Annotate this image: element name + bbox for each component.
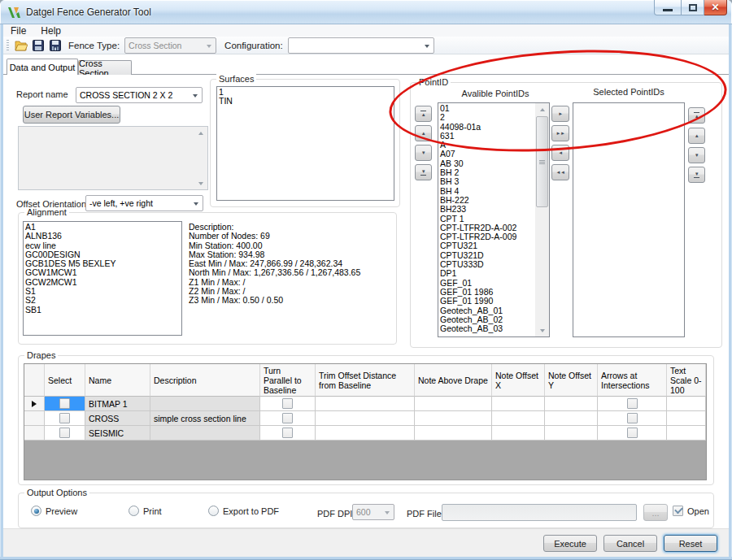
available-move-top-button[interactable]: ▲: [415, 106, 432, 122]
col-header-note-x[interactable]: Note Offset X: [492, 364, 545, 397]
alignment-item[interactable]: ALNB136: [25, 232, 180, 241]
row-header[interactable]: [24, 426, 45, 441]
export-pdf-radio-group[interactable]: Export to PDF: [208, 506, 279, 516]
select-cell[interactable]: [45, 397, 85, 411]
note-x-cell[interactable]: [492, 411, 545, 426]
add-selected-button[interactable]: ►: [551, 106, 569, 122]
scroll-up-icon[interactable]: [535, 103, 549, 115]
select-cell[interactable]: [45, 426, 85, 441]
description-cell[interactable]: simple cross section line: [150, 411, 260, 426]
col-header-description[interactable]: Description: [150, 364, 260, 397]
select-cell[interactable]: [45, 411, 85, 426]
note-x-cell[interactable]: [492, 397, 545, 411]
note-x-cell[interactable]: [492, 426, 545, 441]
tab-data-and-output[interactable]: Data and Output: [7, 59, 78, 75]
turn-parallel-cell[interactable]: [260, 411, 316, 426]
selected-move-bottom-button[interactable]: ▼: [688, 167, 705, 183]
description-cell[interactable]: [150, 397, 260, 411]
alignment-item[interactable]: S1: [25, 287, 180, 296]
surfaces-listbox[interactable]: 1TIN: [216, 86, 394, 201]
available-pointid-item[interactable]: Geotech_AB_03: [440, 324, 534, 333]
scrollbar-thumb[interactable]: [536, 116, 548, 207]
available-pointid-item[interactable]: BH233: [440, 205, 534, 214]
alignment-listbox[interactable]: A1ALNB136ecw lineGC00DESIGNGCB1DES M5 BE…: [23, 221, 182, 336]
user-report-variables-button[interactable]: User Report Variables...: [23, 106, 120, 124]
name-cell[interactable]: SEISMIC: [85, 426, 150, 441]
note-above-cell[interactable]: [415, 411, 492, 426]
col-header-note-above[interactable]: Note Above Drape: [415, 364, 492, 397]
available-pointids-listbox[interactable]: 01244098-01a631AA07AB 30BH 2BH 3BH 4BH-2…: [438, 102, 550, 337]
text-scale-cell[interactable]: [667, 397, 706, 411]
available-move-bottom-button[interactable]: ▼: [415, 164, 432, 180]
note-above-cell[interactable]: [415, 397, 492, 411]
row-header[interactable]: [24, 411, 45, 426]
preview-radio[interactable]: [31, 506, 41, 516]
note-above-cell[interactable]: [415, 426, 492, 441]
available-list-scrollbar[interactable]: [535, 103, 549, 336]
trim-offset-cell[interactable]: [316, 397, 415, 411]
arrows-cell[interactable]: [598, 397, 667, 411]
preview-radio-group[interactable]: Preview: [31, 506, 77, 516]
print-radio[interactable]: [129, 506, 139, 516]
execute-button[interactable]: Execute: [543, 535, 597, 552]
select-checkbox[interactable]: [59, 413, 70, 423]
turn-parallel-checkbox[interactable]: [282, 428, 293, 438]
selected-move-top-button[interactable]: ▲: [688, 107, 705, 124]
alignment-item[interactable]: GCW2MCW1: [25, 278, 180, 287]
col-header-arrows[interactable]: Arrows at Intersections: [598, 364, 667, 397]
available-pointid-item[interactable]: DP1: [440, 269, 534, 278]
col-header-text-scale[interactable]: Text Scale 0-100: [667, 364, 706, 397]
name-cell[interactable]: CROSS: [85, 411, 150, 426]
turn-parallel-checkbox[interactable]: [282, 413, 293, 423]
trim-offset-cell[interactable]: [316, 411, 415, 426]
col-header-note-y[interactable]: Note Offset Y: [545, 364, 598, 397]
available-pointid-item[interactable]: 631: [440, 132, 534, 141]
col-header-name[interactable]: Name: [85, 364, 150, 397]
arrows-cell[interactable]: [598, 411, 667, 426]
arrows-checkbox[interactable]: [627, 398, 638, 409]
remove-selected-button[interactable]: ◄: [551, 145, 569, 161]
alignment-item[interactable]: SB1: [25, 306, 180, 315]
selected-move-down-button[interactable]: ▼: [688, 147, 705, 163]
selected-pointids-listbox[interactable]: [573, 102, 685, 337]
surfaces-item[interactable]: 1: [219, 88, 392, 97]
col-header-select[interactable]: Select: [45, 364, 85, 397]
name-cell[interactable]: BITMAP 1: [85, 397, 150, 411]
reset-button[interactable]: Reset: [664, 535, 717, 552]
note-y-cell[interactable]: [545, 426, 598, 441]
arrows-checkbox[interactable]: [627, 413, 638, 423]
select-checkbox[interactable]: [59, 428, 70, 438]
turn-parallel-cell[interactable]: [260, 426, 316, 441]
alignment-item[interactable]: S2: [25, 296, 180, 305]
arrows-cell[interactable]: [598, 426, 667, 441]
selected-move-up-button[interactable]: ▲: [688, 128, 705, 144]
available-pointid-item[interactable]: 2: [440, 113, 534, 122]
available-move-down-button[interactable]: ▼: [415, 145, 432, 161]
add-all-button[interactable]: ►►: [551, 125, 569, 141]
trim-offset-cell[interactable]: [316, 426, 415, 441]
note-y-cell[interactable]: [545, 411, 598, 426]
select-checkbox[interactable]: [59, 398, 70, 409]
col-header-trim-offset[interactable]: Trim Offset Distance from Baseline: [316, 364, 415, 397]
offset-orientation-combo[interactable]: -ve left, +ve right: [85, 195, 203, 211]
available-pointid-item[interactable]: GEF_01 1990: [440, 297, 534, 306]
print-radio-group[interactable]: Print: [129, 506, 162, 516]
scroll-down-icon[interactable]: [535, 324, 549, 336]
surfaces-item[interactable]: TIN: [219, 97, 392, 106]
cancel-button[interactable]: Cancel: [603, 535, 657, 552]
turn-parallel-checkbox[interactable]: [282, 398, 293, 409]
turn-parallel-cell[interactable]: [260, 397, 316, 411]
col-header-turn-parallel[interactable]: Turn Parallel to Baseline: [260, 364, 316, 397]
arrows-checkbox[interactable]: [627, 428, 638, 438]
available-pointid-item[interactable]: 01: [440, 104, 534, 113]
row-header-current[interactable]: [24, 397, 45, 411]
report-name-combo[interactable]: CROSS SECTION 2 X 2: [76, 87, 203, 103]
note-y-cell[interactable]: [545, 397, 598, 411]
description-cell[interactable]: [150, 426, 260, 441]
text-scale-cell[interactable]: [667, 426, 706, 441]
remove-all-button[interactable]: ◄◄: [551, 164, 569, 180]
text-scale-cell[interactable]: [667, 411, 706, 426]
available-move-up-button[interactable]: ▲: [415, 125, 432, 141]
export-pdf-radio[interactable]: [208, 506, 219, 516]
available-pointid-item[interactable]: BH 3: [440, 177, 534, 186]
